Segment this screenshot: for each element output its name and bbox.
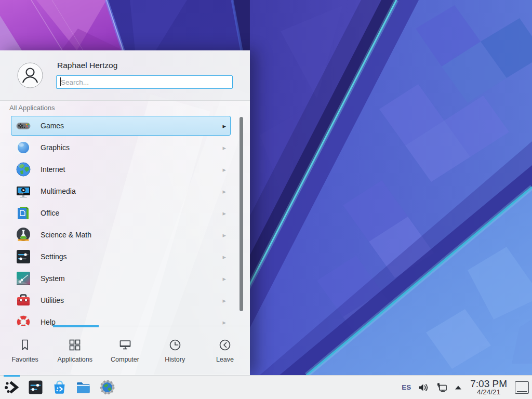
category-label: Utilities xyxy=(41,296,64,304)
category-row-graphics[interactable]: Graphics ▸ xyxy=(0,137,250,158)
tab-label: Applications xyxy=(58,356,92,363)
submenu-arrow-icon: ▸ xyxy=(222,232,226,238)
taskbar: ES 7:03 PM 4/24/21 xyxy=(0,375,532,399)
system-settings-button[interactable] xyxy=(28,379,44,395)
volume-icon[interactable] xyxy=(418,382,429,393)
web-browser-button[interactable] xyxy=(99,379,115,395)
clock-date: 4/24/21 xyxy=(470,389,507,396)
tab-computer[interactable]: Computer xyxy=(100,326,150,375)
clock-widget[interactable]: 7:03 PM 4/24/21 xyxy=(470,379,507,396)
tab-applications[interactable]: Applications xyxy=(50,326,100,375)
category-row-multimedia[interactable]: Multimedia ▸ xyxy=(0,180,250,202)
leave-icon xyxy=(218,338,232,352)
category-row-internet[interactable]: Internet ▸ xyxy=(0,158,250,180)
globe-icon xyxy=(15,161,32,178)
media-player-icon xyxy=(15,183,32,200)
folder-icon xyxy=(75,379,91,395)
tab-history[interactable]: History xyxy=(150,326,200,375)
discover-button[interactable] xyxy=(51,379,68,395)
category-label: Science & Math xyxy=(41,231,91,239)
network-icon[interactable] xyxy=(436,382,448,393)
bookmark-icon xyxy=(18,338,32,352)
sliders-icon xyxy=(15,248,32,265)
text-caret xyxy=(60,77,61,86)
category-row-science-math[interactable]: Science & Math ▸ xyxy=(0,224,250,246)
category-label: Office xyxy=(41,209,59,217)
category-label: Settings xyxy=(41,252,67,261)
active-tab-indicator xyxy=(53,325,99,327)
show-desktop-button[interactable] xyxy=(515,381,529,394)
category-row-settings[interactable]: Settings ▸ xyxy=(0,246,250,268)
tab-label: History xyxy=(165,356,185,363)
list-scrollbar[interactable] xyxy=(240,117,243,311)
category-row-games[interactable]: Games ▸ xyxy=(0,115,250,137)
file-manager-button[interactable] xyxy=(75,379,91,395)
user-avatar-icon xyxy=(17,62,43,88)
category-label: Games xyxy=(41,122,64,130)
globe-gear-icon xyxy=(99,379,115,395)
monitor-icon xyxy=(118,338,132,352)
app-launcher-button[interactable] xyxy=(4,379,20,395)
document-icon xyxy=(15,205,32,221)
category-label: System xyxy=(41,274,65,283)
kde-launcher-icon xyxy=(4,379,20,395)
expand-tray-arrow-icon[interactable] xyxy=(455,385,462,390)
system-tray: ES 7:03 PM 4/24/21 xyxy=(402,379,532,396)
launcher-header: Raphael Hertzog xyxy=(0,50,250,101)
keyboard-layout-indicator[interactable]: ES xyxy=(402,383,411,391)
category-row-help[interactable]: Help ▸ xyxy=(0,311,250,326)
flask-icon xyxy=(15,227,32,243)
category-row-office[interactable]: Office ▸ xyxy=(0,202,250,224)
lifebuoy-icon xyxy=(15,314,32,326)
category-label: Multimedia xyxy=(41,187,76,195)
submenu-arrow-icon: ▸ xyxy=(222,254,226,260)
application-launcher-panel: Raphael Hertzog All Applications xyxy=(0,50,250,375)
tab-label: Leave xyxy=(216,356,234,363)
taskbar-active-indicator xyxy=(4,375,20,377)
submenu-arrow-icon: ▸ xyxy=(222,297,226,304)
user-name: Raphael Hertzog xyxy=(57,61,117,70)
clock-time: 7:03 PM xyxy=(470,379,507,389)
submenu-arrow-icon: ▸ xyxy=(222,144,226,151)
tab-label: Favorites xyxy=(11,356,38,363)
toolbox-icon xyxy=(15,292,32,309)
submenu-arrow-icon: ▸ xyxy=(222,123,226,129)
category-row-system[interactable]: System ▸ xyxy=(0,268,250,289)
category-label: Internet xyxy=(41,165,65,174)
taskbar-launchers xyxy=(0,379,115,395)
grid-icon xyxy=(68,338,82,352)
submenu-arrow-icon: ▸ xyxy=(222,210,226,217)
submenu-arrow-icon: ▸ xyxy=(222,275,226,282)
discover-bag-icon xyxy=(51,379,68,395)
section-label: All Applications xyxy=(9,104,55,112)
tab-favorites[interactable]: Favorites xyxy=(0,326,50,375)
category-label: Graphics xyxy=(41,143,70,152)
settings-sliders-icon xyxy=(28,379,44,395)
category-list: Games ▸ Graphics ▸ xyxy=(0,115,250,326)
gamepad-icon xyxy=(15,117,32,134)
submenu-arrow-icon: ▸ xyxy=(222,166,226,173)
tab-label: Computer xyxy=(111,356,139,363)
tab-leave[interactable]: Leave xyxy=(200,326,250,375)
system-icon xyxy=(15,270,32,287)
submenu-arrow-icon: ▸ xyxy=(222,319,226,326)
submenu-arrow-icon: ▸ xyxy=(222,188,226,195)
sphere-icon xyxy=(15,139,32,156)
clock-icon xyxy=(168,338,182,352)
category-row-utilities[interactable]: Utilities ▸ xyxy=(0,289,250,311)
launcher-tabbar: Favorites Applications Computer xyxy=(0,326,250,375)
search-input[interactable] xyxy=(56,75,233,89)
